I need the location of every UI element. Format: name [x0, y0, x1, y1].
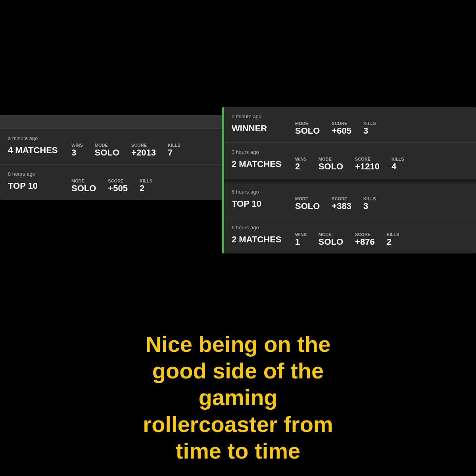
match-time: 6 hours ago	[232, 225, 468, 230]
match-name: TOP 10	[8, 181, 71, 191]
match-stat: SCORE +505	[108, 178, 128, 194]
left-match-row: a minute ago 4 MATCHES WINS 3 MODE SOLO …	[0, 129, 222, 165]
left-panel: a minute ago 4 MATCHES WINS 3 MODE SOLO …	[0, 115, 222, 200]
match-stat: SCORE +605	[332, 121, 351, 136]
match-time: 8 hours ago	[8, 171, 214, 177]
section-divider	[222, 178, 476, 182]
match-stat: KILLS 3	[363, 121, 376, 136]
match-time: a minute ago	[232, 113, 468, 119]
right-match-row: a minute ago WINNER MODE SOLO SCORE +605…	[222, 107, 476, 143]
match-stat: KILLS 2	[387, 232, 399, 247]
match-time: 6 hours ago	[232, 189, 468, 195]
right-match-row: 6 hours ago 2 MATCHES WINS 1 MODE SOLO S…	[222, 218, 476, 253]
right-match-row: 6 hours ago TOP 10 MODE SOLO SCORE +383 …	[222, 182, 476, 218]
match-name: WINNER	[232, 123, 295, 134]
match-stat: SCORE +2013	[131, 143, 156, 158]
match-stat: MODE SOLO	[71, 178, 96, 194]
match-stat: KILLS 7	[168, 143, 180, 158]
bottom-overlay-text: Nice being on thegood side of thegamingr…	[143, 331, 333, 464]
left-match-list: a minute ago 4 MATCHES WINS 3 MODE SOLO …	[0, 129, 222, 200]
match-stat: KILLS 4	[392, 157, 404, 172]
left-panel-header	[0, 115, 222, 129]
match-stat: SCORE +1210	[355, 157, 380, 172]
match-stat: KILLS 2	[140, 178, 152, 194]
match-stat: MODE SOLO	[319, 157, 343, 172]
match-name: 2 MATCHES	[232, 234, 295, 245]
match-stat: SCORE +876	[355, 232, 375, 247]
bottom-text-content: Nice being on thegood side of thegamingr…	[143, 331, 333, 464]
match-stat: MODE SOLO	[295, 121, 320, 136]
match-stat: WINS 1	[295, 232, 307, 247]
match-time: a minute ago	[8, 135, 214, 141]
match-stat: MODE SOLO	[95, 143, 119, 158]
match-name: TOP 10	[232, 199, 295, 209]
match-name: 2 MATCHES	[232, 159, 295, 169]
match-stat: SCORE +383	[332, 196, 351, 211]
match-name: 4 MATCHES	[8, 145, 71, 155]
right-panel: a minute ago WINNER MODE SOLO SCORE +605…	[222, 107, 476, 253]
match-stat: MODE SOLO	[295, 196, 320, 211]
green-accent-bar	[222, 107, 224, 253]
right-match-row: 3 hours ago 2 MATCHES WINS 2 MODE SOLO S…	[222, 143, 476, 178]
match-stat: WINS 2	[295, 157, 307, 172]
right-match-list: a minute ago WINNER MODE SOLO SCORE +605…	[222, 107, 476, 253]
match-time: 3 hours ago	[232, 149, 468, 155]
match-stat: MODE SOLO	[319, 232, 343, 247]
left-match-row: 8 hours ago TOP 10 MODE SOLO SCORE +505 …	[0, 165, 222, 200]
match-stat: KILLS 3	[363, 196, 376, 211]
match-stat: WINS 3	[71, 143, 83, 158]
